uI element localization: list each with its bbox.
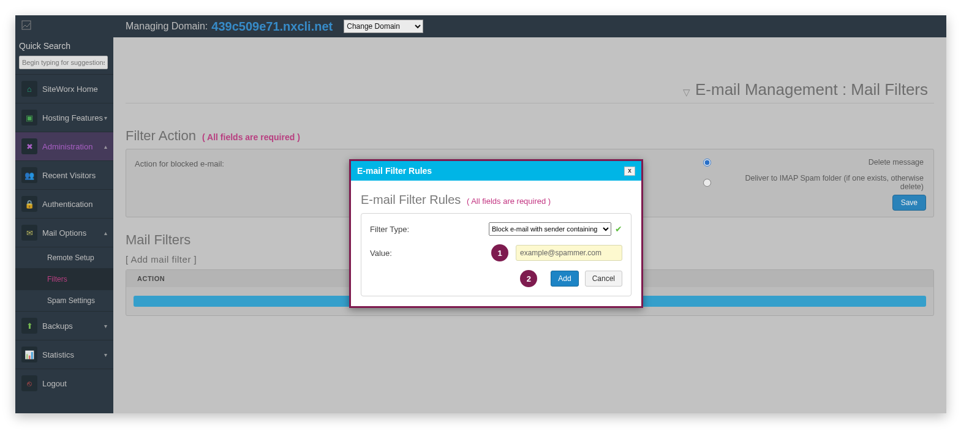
value-label: Value:: [370, 249, 486, 258]
callout-badge-1: 1: [491, 244, 508, 261]
filter-type-select[interactable]: Block e-mail with sender containing: [489, 222, 611, 236]
valid-check-icon: ✔: [615, 224, 622, 234]
value-input[interactable]: [516, 245, 622, 261]
modal-body: E-mail Filter Rules ( All fields are req…: [351, 181, 641, 306]
app-container: Managing Domain: 439c509e71.nxcli.net Ch…: [15, 15, 946, 413]
filter-type-label: Filter Type:: [370, 225, 486, 234]
callout-badge-2: 2: [520, 270, 537, 287]
modal-titlebar[interactable]: E-mail Filter Rules x: [351, 161, 641, 181]
modal-form-panel: Filter Type: Block e-mail with sender co…: [361, 213, 631, 296]
modal-required-hint: ( All fields are required ): [467, 197, 551, 206]
modal-title: E-mail Filter Rules: [357, 166, 624, 176]
modal-button-row: 2 Add Cancel: [370, 270, 622, 287]
modal-close-button[interactable]: x: [624, 167, 635, 176]
modal-subheading: E-mail Filter Rules ( All fields are req…: [361, 193, 631, 207]
email-filter-rules-modal: E-mail Filter Rules x E-mail Filter Rule…: [349, 159, 643, 308]
filter-type-row: Filter Type: Block e-mail with sender co…: [370, 222, 622, 236]
value-row: Value: 1: [370, 244, 622, 261]
modal-subhead-text: E-mail Filter Rules: [361, 193, 461, 206]
add-button[interactable]: Add: [551, 271, 578, 287]
cancel-button[interactable]: Cancel: [585, 271, 622, 287]
